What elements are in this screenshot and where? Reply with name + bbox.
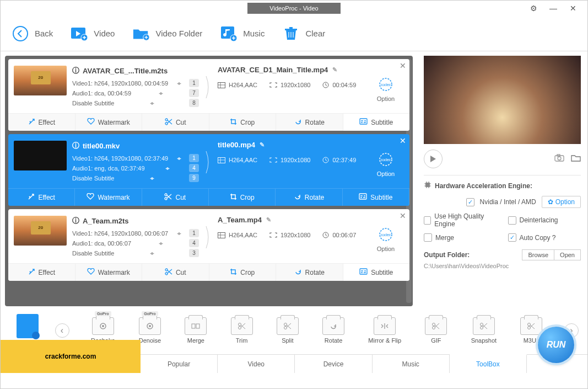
tool-merge[interactable]: Merge <box>185 317 207 344</box>
tab-toolbox[interactable]: ToolBox <box>450 354 527 373</box>
tab-video[interactable]: Video <box>218 355 295 373</box>
action-watermark[interactable]: Watermark <box>75 189 142 206</box>
camera-icon[interactable] <box>554 154 564 164</box>
action-effect[interactable]: Effect <box>8 114 75 131</box>
output-title[interactable]: AVATAR_CE_D1_Main_Title.mp4 ✎ <box>218 66 366 74</box>
stream-row[interactable]: Disable Subtitle◂▸8 <box>72 99 199 107</box>
action-crop[interactable]: Crop <box>209 114 277 131</box>
preview-controls <box>424 147 581 175</box>
info-icon[interactable]: ⓘ <box>72 66 79 76</box>
folder-open-icon[interactable] <box>571 154 581 164</box>
tool-snapshot[interactable]: Snapshot <box>471 317 497 344</box>
info-icon[interactable]: ⓘ <box>72 216 79 226</box>
action-cut[interactable]: Cut <box>142 114 209 131</box>
tool-mirror-flip[interactable]: Mirror & Flip <box>368 317 401 344</box>
stream-row[interactable]: Audio1: eng, dca, 02:37:49◂▸4 <box>72 164 199 172</box>
edit-icon[interactable]: ✎ <box>260 141 265 148</box>
tool-label: Merge <box>187 337 204 344</box>
hw-option-button[interactable]: ✿ Option <box>542 196 581 208</box>
effect-icon <box>28 118 35 127</box>
action-cut[interactable]: Cut <box>142 264 209 281</box>
hw-accel-title: Hardware Acceleration Engine: <box>424 181 581 190</box>
stream-row[interactable]: Disable Subtitle◂▸9 <box>72 174 199 182</box>
stream-row[interactable]: Audio1: dca, 00:06:07◂▸4 <box>72 239 199 247</box>
action-crop[interactable]: Crop <box>209 189 276 206</box>
close-button[interactable]: ✕ <box>563 2 583 15</box>
action-effect[interactable]: Effect <box>8 189 75 206</box>
tool-gif[interactable]: GIF <box>425 317 447 344</box>
window-title: VideoProc - Video <box>247 3 340 14</box>
preview-player[interactable] <box>424 56 581 144</box>
add-music-button[interactable]: Music <box>220 25 265 42</box>
action-cut[interactable]: Cut <box>142 189 209 206</box>
add-video-button[interactable]: Video <box>71 25 115 42</box>
crop-icon <box>230 193 237 202</box>
deinterlacing-checkbox[interactable]: Deinterlacing <box>508 212 581 228</box>
clear-button[interactable]: Clear <box>282 25 325 42</box>
merge-checkbox[interactable]: Merge <box>424 233 497 242</box>
gpu-checkbox[interactable] <box>466 198 474 206</box>
remove-item-button[interactable]: ✕ <box>400 211 406 220</box>
tab-music[interactable]: Music <box>373 355 450 373</box>
stream-row[interactable]: Disable Subtitle◂▸3 <box>72 249 199 257</box>
edit-icon[interactable]: ✎ <box>266 216 271 223</box>
tool-trim[interactable]: Trim <box>231 317 253 344</box>
main-area: ✕20ⓘ AVATAR_CE_...Title.m2tsVideo1: h264… <box>1 51 587 311</box>
action-subtitle[interactable]: Subtitle <box>343 189 409 206</box>
codec-option-button[interactable]: codecOption <box>372 70 400 109</box>
stream-row[interactable]: Video1: h264, 1920x1080, 00:06:07◂▸1 <box>72 229 199 237</box>
video-thumbnail[interactable]: 20 <box>14 66 67 95</box>
stream-row[interactable]: Audio1: dca, 00:04:59◂▸7 <box>72 89 199 97</box>
tool-split[interactable]: Split <box>277 317 299 344</box>
action-subtitle[interactable]: Subtitle <box>343 114 410 131</box>
video-item[interactable]: ✕ⓘ title00.mkvVideo1: h264, 1920x1080, 0… <box>8 134 409 206</box>
back-button[interactable]: Back <box>12 25 53 42</box>
action-subtitle[interactable]: Subtitle <box>343 264 410 281</box>
minimize-button[interactable]: — <box>543 2 563 15</box>
output-title[interactable]: title00.mp4 ✎ <box>218 141 366 149</box>
video-thumbnail[interactable]: 20 <box>14 216 67 246</box>
action-watermark[interactable]: Watermark <box>75 264 143 281</box>
tool-icon <box>185 317 207 335</box>
tool-denoise[interactable]: GoProDenoise <box>139 317 161 344</box>
hq-engine-checkbox[interactable]: Use High Quality Engine <box>424 212 497 228</box>
tool-rotate[interactable]: Rotate <box>322 317 344 344</box>
add-video-folder-button[interactable]: Video Folder <box>132 25 202 42</box>
video-plus-icon <box>71 25 88 42</box>
remove-item-button[interactable]: ✕ <box>400 61 406 70</box>
action-effect[interactable]: Effect <box>8 264 75 281</box>
open-button[interactable]: Open <box>554 249 581 260</box>
video-thumbnail[interactable] <box>14 141 67 170</box>
codec-option-button[interactable]: codecOption <box>372 145 400 184</box>
item-actions: EffectWatermarkCutCropRotateSubtitle <box>8 113 409 131</box>
tab-device[interactable]: Device <box>295 355 372 373</box>
action-watermark[interactable]: Watermark <box>75 114 143 131</box>
browse-button[interactable]: Browse <box>522 249 554 260</box>
action-rotate[interactable]: Rotate <box>276 264 343 281</box>
tab-popular[interactable]: Popular <box>141 355 218 373</box>
scroll-left-button[interactable]: ‹ <box>55 323 69 338</box>
autocopy-checkbox[interactable]: Auto Copy ? <box>508 233 581 242</box>
svg-rect-26 <box>360 269 367 274</box>
svg-point-44 <box>480 326 483 329</box>
stream-row[interactable]: Video1: h264, 1920x1080, 00:04:59◂▸1 <box>72 79 199 87</box>
remove-item-button[interactable]: ✕ <box>400 136 406 145</box>
info-icon[interactable]: ⓘ <box>72 141 79 151</box>
svg-point-41 <box>433 323 435 326</box>
edit-icon[interactable]: ✎ <box>332 66 337 73</box>
output-title[interactable]: A_Team.mp4 ✎ <box>218 216 366 224</box>
run-button[interactable]: RUN <box>538 327 574 363</box>
stream-row[interactable]: Video1: h264, 1920x1080, 02:37:49◂▸1 <box>72 154 199 162</box>
svg-point-45 <box>528 323 531 326</box>
watermark-icon <box>87 268 95 276</box>
codec-gear-icon: codec <box>378 77 393 94</box>
settings-icon[interactable]: ⚙ <box>524 2 543 15</box>
target-format-icon <box>17 314 39 338</box>
play-button[interactable] <box>424 150 443 168</box>
action-rotate[interactable]: Rotate <box>276 114 343 131</box>
video-item[interactable]: ✕20ⓘ A_Team.m2tsVideo1: h264, 1920x1080,… <box>8 209 409 281</box>
codec-option-button[interactable]: codecOption <box>372 220 400 259</box>
action-rotate[interactable]: Rotate <box>276 189 342 206</box>
video-item[interactable]: ✕20ⓘ AVATAR_CE_...Title.m2tsVideo1: h264… <box>8 59 409 131</box>
action-crop[interactable]: Crop <box>209 264 277 281</box>
